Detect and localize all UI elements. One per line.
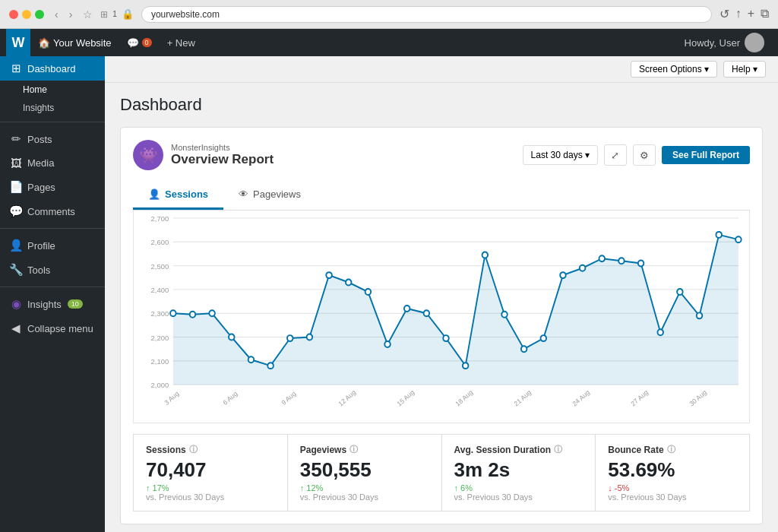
sidebar-item-comments[interactable]: 💬 Comments	[0, 199, 105, 223]
new-label: + New	[167, 37, 195, 49]
wp-admin-bar: W 🏠 Your Website 💬 0 + New Howdy, User	[0, 29, 778, 56]
insights-badge: 10	[68, 299, 83, 309]
dashboard-icon: ⊞	[9, 62, 23, 75]
sidebar-item-media[interactable]: 🖼 Media	[0, 151, 105, 175]
split-icon[interactable]: ⧉	[761, 7, 769, 21]
tab-sessions[interactable]: 👤 Sessions	[133, 181, 223, 210]
site-name: Your Website	[53, 37, 112, 49]
tab-count-icon: ⊞	[100, 9, 108, 20]
svg-text:27 Aug: 27 Aug	[629, 388, 650, 408]
comments-count: 0	[142, 38, 152, 47]
address-text: yourwebsite.com	[151, 9, 220, 20]
insights-label: Insights	[27, 299, 62, 310]
svg-point-25	[346, 280, 352, 286]
sidebar-item-insights[interactable]: ◉ Insights 10	[0, 292, 105, 316]
mi-controls: Last 30 days ▾ ⤢ ⚙ See Full Report	[523, 144, 750, 166]
stat-info-icon[interactable]: ⓘ	[554, 444, 562, 455]
sidebar-item-tools[interactable]: 🔧 Tools	[0, 258, 105, 282]
stat-box-pageviews: Pageviews ⓘ 350,555 ↑ 12% vs. Previous 3…	[288, 435, 442, 511]
svg-text:2,200: 2,200	[151, 333, 169, 341]
svg-point-17	[190, 312, 196, 318]
svg-point-24	[326, 272, 332, 278]
tools-icon: 🔧	[9, 263, 23, 277]
svg-point-39	[618, 258, 625, 264]
main-content: Screen Options ▾ Help ▾ Dashboard 👾 Mons…	[105, 56, 778, 532]
address-bar[interactable]: yourwebsite.com	[141, 6, 712, 23]
stat-vs: vs. Previous 30 Days	[454, 492, 584, 502]
stat-label: Pageviews ⓘ	[300, 444, 429, 455]
dashboard-content: Dashboard 👾 MonsterInsights Overview Rep…	[105, 83, 778, 532]
browser-window-controls	[9, 10, 44, 19]
stat-info-icon[interactable]: ⓘ	[349, 444, 358, 455]
mi-logo-icon: 👾	[139, 146, 158, 164]
bookmark-icon[interactable]: ☆	[83, 8, 93, 21]
stat-label: Sessions ⓘ	[146, 444, 275, 455]
help-button[interactable]: Help ▾	[723, 61, 766, 78]
share-icon[interactable]: ↑	[735, 7, 742, 21]
insights-icon: ◉	[9, 297, 23, 311]
media-icon: 🖼	[9, 157, 23, 169]
settings-icon: ⚙	[640, 150, 649, 161]
svg-point-43	[697, 312, 703, 318]
expand-button[interactable]: ⤢	[604, 144, 627, 166]
stat-change: ↑ 12%	[300, 483, 429, 492]
sidebar-item-collapse[interactable]: ◀ Collapse menu	[0, 316, 105, 340]
svg-point-23	[307, 334, 313, 340]
settings-button[interactable]: ⚙	[633, 144, 656, 166]
stat-info-icon[interactable]: ⓘ	[667, 444, 675, 455]
svg-point-41	[657, 329, 663, 335]
admin-bar-site[interactable]: 🏠 Your Website	[30, 29, 119, 56]
change-arrow: ↑ 17%	[146, 483, 169, 492]
new-tab-icon[interactable]: +	[748, 7, 754, 21]
change-arrow: ↓ -5%	[608, 483, 629, 492]
tools-label: Tools	[27, 264, 50, 276]
sidebar-subitem-home[interactable]: Home	[0, 81, 105, 99]
refresh-icon[interactable]: ↺	[719, 7, 729, 21]
site-icon: 🏠	[38, 37, 50, 49]
sessions-tab-icon: 👤	[148, 188, 160, 200]
svg-text:9 Aug: 9 Aug	[280, 389, 297, 407]
admin-bar-new[interactable]: + New	[160, 29, 203, 56]
forward-icon[interactable]: ›	[66, 7, 76, 22]
wp-layout: ⊞ Dashboard Home Insights ✏ Posts 🖼 Medi…	[0, 56, 778, 532]
svg-point-22	[287, 335, 293, 341]
tab-count: 1	[112, 10, 117, 18]
sidebar-item-posts[interactable]: ✏ Posts	[0, 127, 105, 151]
date-range-button[interactable]: Last 30 days ▾	[523, 145, 598, 165]
full-report-button[interactable]: See Full Report	[662, 146, 750, 164]
mi-report-title: Overview Report	[171, 152, 274, 167]
svg-text:3 Aug: 3 Aug	[163, 389, 181, 407]
profile-label: Profile	[27, 240, 55, 252]
svg-point-16	[170, 310, 176, 316]
maximize-dot[interactable]	[35, 10, 44, 19]
screen-options-label: Screen Options ▾	[639, 64, 709, 74]
comment-icon: 💬	[127, 37, 139, 49]
close-dot[interactable]	[9, 10, 18, 19]
wp-logo[interactable]: W	[6, 29, 30, 56]
howdy-user[interactable]: Howdy, User	[677, 33, 772, 52]
sidebar-item-pages[interactable]: 📄 Pages	[0, 175, 105, 199]
change-arrow: ↑ 6%	[454, 483, 473, 492]
svg-point-36	[560, 272, 566, 278]
sidebar-item-dashboard[interactable]: ⊞ Dashboard	[0, 56, 105, 81]
media-label: Media	[27, 157, 54, 169]
sidebar-divider-3	[0, 287, 105, 287]
sidebar-subitem-insights[interactable]: Insights	[0, 99, 105, 117]
tab-pageviews[interactable]: 👁 Pageviews	[223, 181, 316, 210]
svg-point-44	[716, 232, 722, 238]
svg-text:30 Aug: 30 Aug	[688, 388, 708, 408]
svg-point-21	[267, 363, 274, 369]
stat-value: 53.69%	[608, 458, 737, 482]
stat-change: ↑ 6%	[454, 483, 584, 492]
screen-options-button[interactable]: Screen Options ▾	[631, 61, 717, 78]
pageviews-tab-icon: 👁	[239, 188, 248, 200]
mi-brand: 👾 MonsterInsights Overview Report	[133, 140, 274, 170]
svg-point-42	[677, 289, 683, 295]
minimize-dot[interactable]	[22, 10, 31, 19]
stat-info-icon[interactable]: ⓘ	[189, 444, 198, 455]
admin-bar-comments[interactable]: 💬 0	[119, 29, 160, 56]
back-icon[interactable]: ‹	[52, 7, 62, 22]
svg-point-20	[248, 356, 255, 363]
sidebar-item-profile[interactable]: 👤 Profile	[0, 233, 105, 258]
stat-box-bounce-rate: Bounce Rate ⓘ 53.69% ↓ -5% vs. Previous …	[596, 435, 749, 511]
